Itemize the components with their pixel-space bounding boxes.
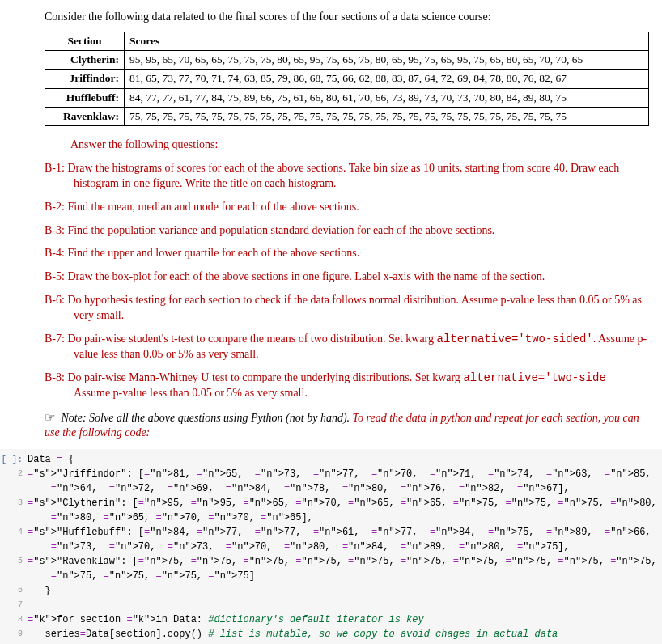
question-b8-code: alternative='two-side (463, 371, 605, 384)
question-b8: B-8: Do pair-wise Mann-Whitney U test to… (45, 371, 649, 401)
code-line: 6 } (0, 583, 662, 598)
code-line: ="n">73, ="n">70, ="n">73, ="n">70, ="n"… (0, 540, 662, 554)
code-line: 2="s">"Jriffindor": [="n">81, ="n">65, =… (0, 467, 662, 481)
code-text: ="n">75, ="n">75, ="n">75, ="n">75] (28, 569, 255, 583)
code-line: ="n">80, ="n">65, ="n">70, ="n">70, ="n"… (0, 511, 662, 525)
code-text: } (28, 583, 51, 598)
table-row: Hufflebuff: 84, 77, 77, 61, 77, 84, 75, … (45, 88, 649, 107)
code-gutter: 8 (0, 612, 28, 627)
code-line: ="n">75, ="n">75, ="n">75, ="n">75] (0, 569, 662, 583)
code-gutter: 4 (0, 525, 28, 540)
code-text: ="k">for section ="k">in Data: #dictiona… (28, 612, 424, 627)
section-scores: 75, 75, 75, 75, 75, 75, 75, 75, 75, 75, … (125, 107, 649, 125)
answer-heading: Answer the following questions: (70, 138, 649, 153)
code-gutter: 7 (0, 598, 28, 612)
section-name: Hufflebuff: (45, 88, 125, 107)
code-line: 4="s">"Hufflebuff": [="n">84, ="n">77, =… (0, 525, 662, 540)
scores-table: Section Scores Clytherin: 95, 95, 65, 70… (45, 32, 649, 126)
question-b8-tail: Assume p-value less than 0.05 or 5% as v… (74, 387, 308, 399)
code-text: ="s">"Ravenklaw": [="n">75, ="n">75, ="n… (28, 554, 662, 569)
code-gutter: 5 (0, 554, 28, 569)
table-row: Ravenklaw: 75, 75, 75, 75, 75, 75, 75, 7… (45, 107, 649, 125)
section-name: Clytherin: (45, 51, 125, 70)
note-part1: Note: Solve all the above questions usin… (62, 412, 350, 424)
table-row: Jriffindor: 81, 65, 73, 77, 70, 71, 74, … (45, 70, 649, 88)
code-line: [ ]:Data = { (0, 452, 662, 467)
section-scores: 81, 65, 73, 77, 70, 71, 74, 63, 85, 79, … (125, 70, 649, 88)
code-text: ="n">80, ="n">65, ="n">70, ="n">70, ="n"… (28, 511, 313, 525)
code-text: Data = { (28, 452, 74, 467)
code-line: 3="s">"Clytherin": [="n">95, ="n">95, ="… (0, 496, 662, 511)
code-line: 7 (0, 598, 662, 612)
question-b3: B-3: Find the population variance and po… (45, 223, 649, 239)
section-name: Ravenklaw: (45, 107, 125, 125)
code-line: 8="k">for section ="k">in Data: #diction… (0, 612, 662, 627)
table-header-section: Section (45, 32, 125, 50)
code-text: ="s">"Clytherin": [="n">95, ="n">95, ="n… (28, 496, 662, 511)
pointing-hand-icon: ☞ (45, 411, 55, 424)
code-gutter: 3 (0, 496, 28, 511)
code-prompt: [ ]: (0, 452, 28, 467)
question-b7-text: B-7: Do pair-wise student's t-test to co… (45, 333, 437, 345)
table-header-scores: Scores (125, 32, 649, 50)
question-b7-code: alternative='two-sided' (437, 333, 593, 345)
table-row: Clytherin: 95, 95, 65, 70, 65, 65, 75, 7… (45, 51, 649, 70)
code-text: series=Data[section].copy() # list is mu… (28, 627, 558, 642)
code-line: 5="s">"Ravenklaw": [="n">75, ="n">75, ="… (0, 554, 662, 569)
question-b5: B-5: Draw the box-plot for each of the a… (45, 269, 649, 285)
note-block: ☞ Note: Solve all the above questions us… (45, 409, 649, 442)
code-cell[interactable]: [ ]:Data = {2="s">"Jriffindor": [="n">81… (0, 449, 662, 644)
code-text: ="s">"Hufflebuff": [="n">84, ="n">77, ="… (28, 525, 662, 540)
code-text: ="n">73, ="n">70, ="n">73, ="n">70, ="n"… (28, 540, 570, 554)
code-text: ="n">64, ="n">72, ="n">69, ="n">84, ="n"… (28, 481, 570, 496)
section-scores: 84, 77, 77, 61, 77, 84, 75, 89, 66, 75, … (125, 88, 649, 107)
question-b8-text: B-8: Do pair-wise Mann-Whitney U test to… (45, 371, 463, 383)
question-b4: B-4: Find the upper and lower quartile f… (45, 246, 649, 261)
code-gutter: 9 (0, 627, 28, 642)
code-gutter: 2 (0, 467, 28, 481)
code-line: ="n">64, ="n">72, ="n">69, ="n">84, ="n"… (0, 481, 662, 496)
code-text: ="s">"Jriffindor": [="n">81, ="n">65, ="… (28, 467, 662, 481)
code-gutter: 6 (0, 583, 28, 598)
question-b1: B-1: Draw the histograms of scores for e… (45, 161, 649, 192)
question-b7: B-7: Do pair-wise student's t-test to co… (45, 332, 649, 362)
question-b6: B-6: Do hypothesis testing for each sect… (45, 293, 649, 324)
question-b2: B-2: Find the mean, median and mode for … (45, 200, 649, 215)
intro-text: Consider the following data related to t… (45, 10, 649, 25)
code-line: 9 series=Data[section].copy() # list is … (0, 627, 662, 642)
section-name: Jriffindor: (45, 70, 125, 88)
section-scores: 95, 95, 65, 70, 65, 65, 75, 75, 75, 80, … (125, 51, 649, 70)
